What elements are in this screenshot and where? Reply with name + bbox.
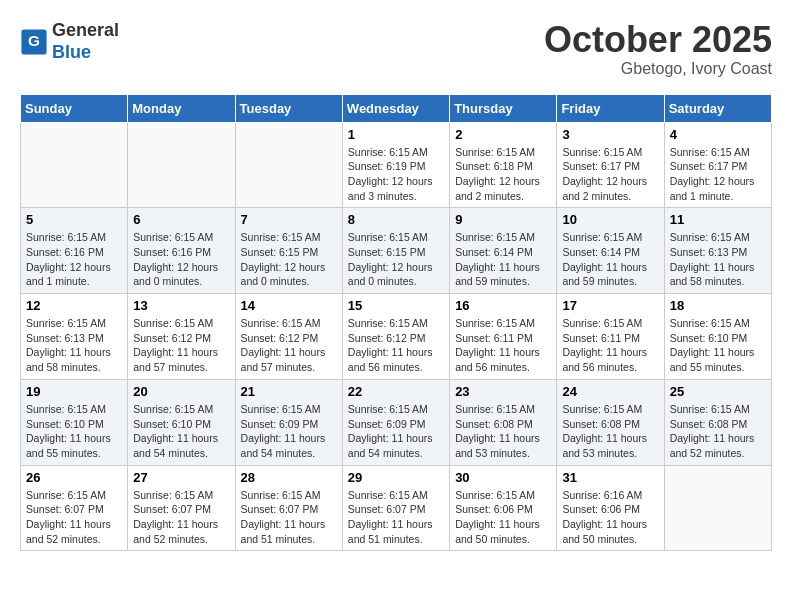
day-number: 4 — [670, 127, 766, 142]
day-info: Sunrise: 6:15 AM Sunset: 6:12 PM Dayligh… — [133, 316, 229, 375]
calendar-cell: 29Sunrise: 6:15 AM Sunset: 6:07 PM Dayli… — [342, 465, 449, 551]
day-number: 22 — [348, 384, 444, 399]
day-number: 29 — [348, 470, 444, 485]
day-info: Sunrise: 6:15 AM Sunset: 6:09 PM Dayligh… — [241, 402, 337, 461]
day-number: 26 — [26, 470, 122, 485]
day-info: Sunrise: 6:15 AM Sunset: 6:11 PM Dayligh… — [562, 316, 658, 375]
day-number: 21 — [241, 384, 337, 399]
calendar-cell: 17Sunrise: 6:15 AM Sunset: 6:11 PM Dayli… — [557, 294, 664, 380]
calendar-table: SundayMondayTuesdayWednesdayThursdayFrid… — [20, 94, 772, 552]
weekday-header-row: SundayMondayTuesdayWednesdayThursdayFrid… — [21, 94, 772, 122]
day-info: Sunrise: 6:15 AM Sunset: 6:07 PM Dayligh… — [348, 488, 444, 547]
day-info: Sunrise: 6:15 AM Sunset: 6:10 PM Dayligh… — [133, 402, 229, 461]
day-info: Sunrise: 6:15 AM Sunset: 6:08 PM Dayligh… — [670, 402, 766, 461]
day-number: 31 — [562, 470, 658, 485]
day-info: Sunrise: 6:16 AM Sunset: 6:06 PM Dayligh… — [562, 488, 658, 547]
calendar-cell: 2Sunrise: 6:15 AM Sunset: 6:18 PM Daylig… — [450, 122, 557, 208]
day-info: Sunrise: 6:15 AM Sunset: 6:15 PM Dayligh… — [348, 230, 444, 289]
calendar-cell — [128, 122, 235, 208]
day-info: Sunrise: 6:15 AM Sunset: 6:06 PM Dayligh… — [455, 488, 551, 547]
day-info: Sunrise: 6:15 AM Sunset: 6:15 PM Dayligh… — [241, 230, 337, 289]
day-number: 12 — [26, 298, 122, 313]
calendar-cell: 21Sunrise: 6:15 AM Sunset: 6:09 PM Dayli… — [235, 379, 342, 465]
calendar-cell — [235, 122, 342, 208]
day-info: Sunrise: 6:15 AM Sunset: 6:07 PM Dayligh… — [133, 488, 229, 547]
day-info: Sunrise: 6:15 AM Sunset: 6:16 PM Dayligh… — [133, 230, 229, 289]
calendar-cell: 16Sunrise: 6:15 AM Sunset: 6:11 PM Dayli… — [450, 294, 557, 380]
logo-icon: G — [20, 28, 48, 56]
calendar-cell: 22Sunrise: 6:15 AM Sunset: 6:09 PM Dayli… — [342, 379, 449, 465]
day-number: 15 — [348, 298, 444, 313]
day-info: Sunrise: 6:15 AM Sunset: 6:11 PM Dayligh… — [455, 316, 551, 375]
calendar-cell: 31Sunrise: 6:16 AM Sunset: 6:06 PM Dayli… — [557, 465, 664, 551]
day-number: 5 — [26, 212, 122, 227]
day-number: 28 — [241, 470, 337, 485]
calendar-week-row: 19Sunrise: 6:15 AM Sunset: 6:10 PM Dayli… — [21, 379, 772, 465]
day-number: 11 — [670, 212, 766, 227]
calendar-cell: 14Sunrise: 6:15 AM Sunset: 6:12 PM Dayli… — [235, 294, 342, 380]
calendar-cell: 27Sunrise: 6:15 AM Sunset: 6:07 PM Dayli… — [128, 465, 235, 551]
weekday-header-wednesday: Wednesday — [342, 94, 449, 122]
calendar-week-row: 26Sunrise: 6:15 AM Sunset: 6:07 PM Dayli… — [21, 465, 772, 551]
calendar-cell: 18Sunrise: 6:15 AM Sunset: 6:10 PM Dayli… — [664, 294, 771, 380]
calendar-cell: 9Sunrise: 6:15 AM Sunset: 6:14 PM Daylig… — [450, 208, 557, 294]
day-number: 19 — [26, 384, 122, 399]
calendar-cell: 4Sunrise: 6:15 AM Sunset: 6:17 PM Daylig… — [664, 122, 771, 208]
calendar-cell: 23Sunrise: 6:15 AM Sunset: 6:08 PM Dayli… — [450, 379, 557, 465]
day-number: 20 — [133, 384, 229, 399]
day-number: 18 — [670, 298, 766, 313]
logo: G General Blue — [20, 20, 119, 63]
day-info: Sunrise: 6:15 AM Sunset: 6:19 PM Dayligh… — [348, 145, 444, 204]
calendar-cell: 12Sunrise: 6:15 AM Sunset: 6:13 PM Dayli… — [21, 294, 128, 380]
svg-text:G: G — [28, 32, 40, 49]
calendar-cell: 26Sunrise: 6:15 AM Sunset: 6:07 PM Dayli… — [21, 465, 128, 551]
calendar-cell: 28Sunrise: 6:15 AM Sunset: 6:07 PM Dayli… — [235, 465, 342, 551]
day-number: 17 — [562, 298, 658, 313]
day-info: Sunrise: 6:15 AM Sunset: 6:10 PM Dayligh… — [670, 316, 766, 375]
day-number: 25 — [670, 384, 766, 399]
day-info: Sunrise: 6:15 AM Sunset: 6:07 PM Dayligh… — [241, 488, 337, 547]
location: Gbetogo, Ivory Coast — [544, 60, 772, 78]
calendar-cell: 25Sunrise: 6:15 AM Sunset: 6:08 PM Dayli… — [664, 379, 771, 465]
day-number: 2 — [455, 127, 551, 142]
logo-text: General Blue — [52, 20, 119, 63]
calendar-cell — [664, 465, 771, 551]
title-block: October 2025 Gbetogo, Ivory Coast — [544, 20, 772, 78]
day-number: 16 — [455, 298, 551, 313]
day-number: 27 — [133, 470, 229, 485]
calendar-cell: 11Sunrise: 6:15 AM Sunset: 6:13 PM Dayli… — [664, 208, 771, 294]
weekday-header-saturday: Saturday — [664, 94, 771, 122]
calendar-cell: 1Sunrise: 6:15 AM Sunset: 6:19 PM Daylig… — [342, 122, 449, 208]
weekday-header-thursday: Thursday — [450, 94, 557, 122]
day-number: 30 — [455, 470, 551, 485]
day-info: Sunrise: 6:15 AM Sunset: 6:17 PM Dayligh… — [670, 145, 766, 204]
day-info: Sunrise: 6:15 AM Sunset: 6:12 PM Dayligh… — [241, 316, 337, 375]
day-info: Sunrise: 6:15 AM Sunset: 6:14 PM Dayligh… — [455, 230, 551, 289]
day-number: 10 — [562, 212, 658, 227]
calendar-week-row: 1Sunrise: 6:15 AM Sunset: 6:19 PM Daylig… — [21, 122, 772, 208]
calendar-cell: 6Sunrise: 6:15 AM Sunset: 6:16 PM Daylig… — [128, 208, 235, 294]
calendar-cell: 15Sunrise: 6:15 AM Sunset: 6:12 PM Dayli… — [342, 294, 449, 380]
day-info: Sunrise: 6:15 AM Sunset: 6:08 PM Dayligh… — [562, 402, 658, 461]
weekday-header-monday: Monday — [128, 94, 235, 122]
calendar-cell: 19Sunrise: 6:15 AM Sunset: 6:10 PM Dayli… — [21, 379, 128, 465]
weekday-header-tuesday: Tuesday — [235, 94, 342, 122]
calendar-cell: 24Sunrise: 6:15 AM Sunset: 6:08 PM Dayli… — [557, 379, 664, 465]
day-number: 13 — [133, 298, 229, 313]
day-number: 24 — [562, 384, 658, 399]
calendar-week-row: 12Sunrise: 6:15 AM Sunset: 6:13 PM Dayli… — [21, 294, 772, 380]
calendar-cell: 8Sunrise: 6:15 AM Sunset: 6:15 PM Daylig… — [342, 208, 449, 294]
day-number: 6 — [133, 212, 229, 227]
day-number: 23 — [455, 384, 551, 399]
day-number: 8 — [348, 212, 444, 227]
day-info: Sunrise: 6:15 AM Sunset: 6:07 PM Dayligh… — [26, 488, 122, 547]
day-info: Sunrise: 6:15 AM Sunset: 6:08 PM Dayligh… — [455, 402, 551, 461]
calendar-cell: 30Sunrise: 6:15 AM Sunset: 6:06 PM Dayli… — [450, 465, 557, 551]
weekday-header-sunday: Sunday — [21, 94, 128, 122]
day-info: Sunrise: 6:15 AM Sunset: 6:09 PM Dayligh… — [348, 402, 444, 461]
day-number: 3 — [562, 127, 658, 142]
page-header: G General Blue October 2025 Gbetogo, Ivo… — [20, 20, 772, 78]
day-number: 9 — [455, 212, 551, 227]
day-number: 7 — [241, 212, 337, 227]
day-info: Sunrise: 6:15 AM Sunset: 6:12 PM Dayligh… — [348, 316, 444, 375]
